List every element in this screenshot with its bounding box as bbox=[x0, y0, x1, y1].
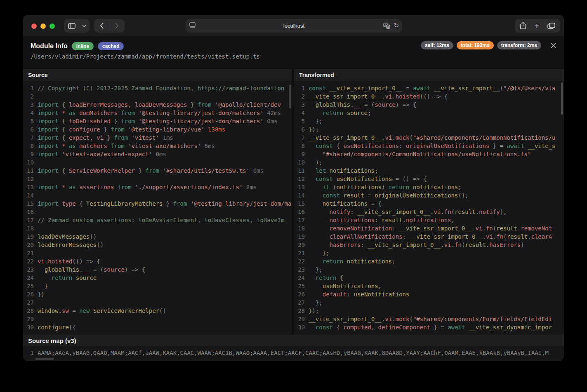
code-line: 30configure({ bbox=[23, 323, 292, 331]
svg-text:a: a bbox=[387, 25, 389, 28]
code-line-text: hasErrors: __vite_ssr_import_0__.vi.fn(r… bbox=[309, 241, 524, 249]
code-line: 8 const { useNotifications: originalUseN… bbox=[294, 142, 564, 150]
line-number: 22 bbox=[294, 257, 305, 265]
code-line: 14 const result = originalUseNotificatio… bbox=[294, 191, 564, 200]
code-line: 1// Copyright (C) 2012-2025 Zammad Found… bbox=[23, 84, 292, 92]
chevron-right-icon bbox=[115, 23, 119, 29]
window-scrollbar[interactable] bbox=[561, 82, 563, 115]
code-line-text: }; bbox=[309, 249, 330, 257]
code-line: 10 bbox=[23, 158, 292, 167]
sourcemap-horizontal-scrollbar[interactable] bbox=[35, 358, 54, 360]
line-number: 19 bbox=[294, 232, 305, 241]
window-close-button[interactable] bbox=[31, 23, 37, 29]
code-line-text: } bbox=[38, 282, 48, 290]
line-number: 28 bbox=[294, 307, 305, 315]
code-line: 30 const { computed, defineComponent } =… bbox=[294, 323, 564, 331]
code-line: 15import type { TestingLibraryMatchers }… bbox=[23, 200, 292, 208]
line-number: 17 bbox=[294, 216, 305, 224]
forward-button[interactable] bbox=[109, 19, 124, 33]
code-line-text: loadDevMessages() bbox=[38, 232, 97, 241]
line-number: 13 bbox=[23, 183, 34, 191]
code-line: 25 useNotifications, bbox=[294, 282, 564, 290]
line-number: 2 bbox=[23, 92, 34, 101]
line-number: 12 bbox=[23, 175, 34, 183]
line-number: 9 bbox=[294, 150, 305, 158]
code-line: 1const __vite_ssr_import_0__ = await __v… bbox=[294, 84, 564, 92]
line-number: 7 bbox=[294, 134, 305, 142]
share-button[interactable] bbox=[520, 22, 526, 30]
code-line-text: __vite_ssr_import_0__.vi.mock("#shared/c… bbox=[309, 134, 555, 142]
line-number: 29 bbox=[294, 315, 305, 323]
code-line: 17 notifications: result.notifications, bbox=[294, 216, 564, 224]
code-line: 23 }; bbox=[294, 265, 564, 274]
line-number: 15 bbox=[294, 200, 305, 208]
line-number: 16 bbox=[23, 208, 34, 216]
code-line: 5import { toBeDisabled } from '@testing-… bbox=[23, 117, 292, 125]
line-number: 16 bbox=[294, 208, 305, 216]
line-number: 23 bbox=[294, 265, 305, 274]
new-tab-button[interactable]: + bbox=[534, 21, 539, 30]
code-line-text: globalThis.__ = (source) => { bbox=[309, 101, 416, 109]
code-line-text: const __vite_ssr_import_0__ = await __vi… bbox=[309, 84, 556, 92]
translate-icon[interactable]: Aa bbox=[383, 23, 390, 29]
code-line-text: loadErrorMessages() bbox=[38, 241, 104, 249]
browser-window: localhost Aa ↻ + Module Info inline cach… bbox=[23, 15, 564, 361]
sidebar-toggle-button[interactable] bbox=[64, 19, 80, 33]
code-line: 28window.sw = new ServiceWorkerHelper() bbox=[23, 307, 292, 315]
code-line-text: return notifications; bbox=[309, 257, 396, 265]
code-line: 5 }; bbox=[294, 117, 564, 125]
code-line-text: // Zammad custom assertions: toBeAvatarE… bbox=[38, 216, 284, 224]
code-line: 2__vite_ssr_import_0__.vi.hoisted(() => … bbox=[294, 92, 564, 101]
line-number: 27 bbox=[23, 298, 34, 307]
reload-button[interactable]: ↻ bbox=[394, 22, 399, 29]
code-line-text: // Copyright (C) 2012-2025 Zammad Founda… bbox=[38, 84, 284, 92]
code-line-text: const useNotifications = () => { bbox=[309, 175, 427, 183]
code-line: 18 removeNotification: __vite_ssr_import… bbox=[294, 224, 564, 232]
page-title: Module Info bbox=[31, 42, 68, 50]
tabs-overview-button[interactable] bbox=[547, 23, 555, 29]
code-line-text: const { computed, defineComponent } = aw… bbox=[309, 323, 552, 331]
source-scrollbar[interactable] bbox=[289, 85, 291, 108]
code-line: 3import { loadErrorMessages, loadDevMess… bbox=[23, 101, 292, 109]
code-line: 18 bbox=[23, 224, 292, 232]
code-line: 2 bbox=[23, 92, 292, 101]
code-line: 25 } bbox=[23, 282, 292, 290]
code-line: 21 }; bbox=[294, 249, 564, 257]
code-line: 24 return { bbox=[294, 274, 564, 282]
line-number: 28 bbox=[23, 307, 34, 315]
source-panel-title: Source bbox=[23, 69, 292, 81]
module-info-header: Module Info inline cached self: 12ms tot… bbox=[23, 36, 564, 69]
source-panel: Source 1// Copyright (C) 2012-2025 Zamma… bbox=[23, 69, 292, 335]
source-code[interactable]: 1// Copyright (C) 2012-2025 Zammad Found… bbox=[23, 81, 292, 335]
line-number: 21 bbox=[294, 249, 305, 257]
code-line: 14 bbox=[23, 191, 292, 200]
code-line: 9import 'vitest-axe/extend-expect' 0ms bbox=[23, 150, 292, 158]
transformed-panel-title: Transformed bbox=[294, 69, 564, 81]
code-line-text: notifications = { bbox=[309, 200, 382, 208]
window-zoom-button[interactable] bbox=[50, 23, 55, 29]
back-button[interactable] bbox=[94, 19, 109, 33]
code-line: 8import * as matchers from 'vitest-axe/m… bbox=[23, 142, 292, 150]
code-line: 26}) bbox=[23, 290, 292, 298]
inline-badge: inline bbox=[72, 42, 94, 50]
window-minimize-button[interactable] bbox=[40, 23, 46, 29]
share-icon bbox=[520, 22, 526, 30]
code-line-text: notifications: result.notifications, bbox=[309, 216, 455, 224]
line-number: 4 bbox=[294, 109, 305, 117]
code-line-text: import { configure } from '@testing-libr… bbox=[38, 125, 225, 134]
transformed-code[interactable]: 1const __vite_ssr_import_0__ = await __v… bbox=[294, 81, 564, 335]
code-line: 11 let notifications; bbox=[294, 167, 564, 175]
code-line: 15 notifications = { bbox=[294, 200, 564, 208]
code-line-text: __vite_ssr_import_0__.vi.mock("#shared/c… bbox=[309, 315, 552, 323]
code-line: 12 bbox=[23, 175, 292, 183]
sidebar-menu-chevron[interactable] bbox=[80, 19, 89, 33]
sourcemap-title: Source map (v3) bbox=[23, 335, 564, 346]
code-line: 28}); bbox=[294, 307, 564, 315]
line-number: 14 bbox=[294, 191, 305, 200]
close-button[interactable] bbox=[550, 42, 556, 49]
code-line-text: default: useNotifications bbox=[309, 290, 409, 298]
url-field[interactable]: localhost Aa ↻ bbox=[186, 19, 402, 33]
line-number: 8 bbox=[23, 142, 34, 150]
line-number: 19 bbox=[23, 232, 34, 241]
line-number: 3 bbox=[23, 101, 34, 109]
